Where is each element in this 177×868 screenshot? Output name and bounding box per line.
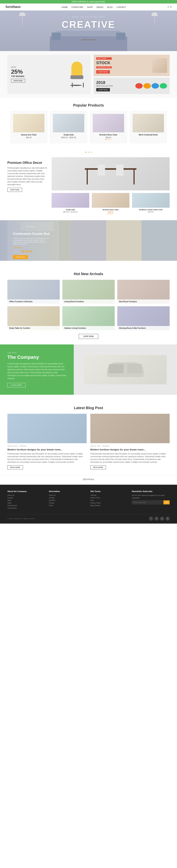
footer-newsletter-button[interactable]: GO	[164, 500, 170, 504]
blog-grid: April 10, 2018 furnihaus Modern furnitur…	[7, 414, 170, 469]
nav-blog[interactable]: BLOG	[107, 6, 113, 8]
bed-images	[71, 220, 177, 261]
arrival-label-1: Office Furniture Collection	[7, 300, 60, 304]
premium-price-value-2: $49.00	[108, 211, 113, 213]
nav-contact[interactable]: CONTACT	[117, 6, 126, 8]
arrival-card-3[interactable]: Bed Room Furniture	[117, 280, 170, 304]
nav-home[interactable]: HOME	[62, 6, 68, 8]
product-card-4[interactable]: Merit Credential Desk	[130, 111, 167, 143]
cart-area[interactable]: 🛒 0	[167, 6, 172, 8]
product-name-3: Brendon Boss Chair	[93, 134, 124, 136]
arrival-card-1[interactable]: Office Furniture Collection	[7, 280, 60, 304]
arrival-card-4[interactable]: Study Table for Comfort	[7, 306, 60, 330]
footer-about-link-4[interactable]: News	[7, 502, 45, 504]
collection-text: 2018 NEW COLLECTION SHOP NOW	[96, 80, 113, 91]
social-icon-facebook[interactable]: f	[149, 517, 153, 521]
premium-product-img-3	[132, 193, 170, 208]
footer-info-link-2[interactable]: Contact	[49, 497, 87, 499]
footer-about-link-5[interactable]: Infrastructure	[7, 504, 45, 506]
product-card-1[interactable]: Vanesa Arm Chair $69.00	[10, 111, 47, 143]
footer-email-input[interactable]	[132, 500, 163, 504]
dot-3[interactable]	[91, 152, 92, 153]
arrivals-shop-button[interactable]: SHOP NOW	[79, 334, 98, 339]
main-nav: HOME FURNITURE SHOP PAGES BLOG CONTACT	[60, 5, 127, 9]
premium-description: Professionally miscellaneous vital infor…	[7, 166, 48, 186]
product-card-2[interactable]: Osaka Sofa $369.00 - $399.00	[50, 111, 87, 143]
product-stars-3: ★★★☆☆	[93, 138, 124, 141]
footer-info-link-4[interactable]: Pricing	[49, 502, 87, 504]
banner-stock-text: LAST OFFER STOCK CLEARANCE SALE! SHOP NO…	[96, 57, 112, 73]
carousel-dots	[0, 149, 177, 157]
blog-date-1: April 10, 2018	[7, 445, 18, 447]
arrivals-grid: Office Furniture Collection Living Room …	[7, 280, 170, 330]
blog-read-more-2[interactable]: READ MORE	[90, 465, 106, 469]
chair-image	[68, 62, 87, 87]
social-icon-linkedin[interactable]: in	[166, 517, 170, 521]
blog-post-text-1: Professionally miscellaneous vital infor…	[7, 453, 87, 464]
nav-shop[interactable]: SHOP	[87, 6, 93, 8]
arrival-label-4: Study Table for Comfort	[7, 326, 60, 330]
footer-about-title: About the Company	[7, 490, 45, 492]
chair-seat	[70, 75, 83, 79]
product-img-2	[53, 114, 84, 132]
premium-shop-button[interactable]: SHOP NOW	[7, 188, 22, 192]
footer-terms-link-1[interactable]: Sitemap	[90, 494, 128, 496]
nav-pages[interactable]: PAGES	[97, 6, 104, 8]
lamp-right-icon	[154, 12, 155, 25]
premium-product-name-3: Bradford 2 Seater Fabric Sofa	[132, 209, 170, 211]
footer-about-link-6[interactable]: Associations	[7, 507, 45, 509]
dot-2[interactable]	[88, 152, 89, 153]
chair-base	[70, 85, 82, 86]
footer-info-link-1[interactable]: About Us	[49, 494, 87, 496]
arrival-card-2[interactable]: Living Room Furniture	[62, 280, 115, 304]
stock-title: STOCK	[96, 60, 112, 65]
footer-about-link-1[interactable]: About Us	[7, 494, 45, 496]
chair-1	[98, 164, 105, 176]
arrival-label-5: Outdoor Living Furniture	[62, 326, 115, 330]
table-leg-1	[87, 170, 88, 184]
arrival-label-3: Bed Room Furniture	[117, 300, 170, 304]
arrival-label-6: Dinning Room & Bar Furniture	[117, 326, 170, 330]
collection-shop-button[interactable]: SHOP NOW	[96, 88, 110, 91]
company-learn-button[interactable]: LEARN MORE	[7, 383, 25, 388]
premium-product-1[interactable]: Osaka Sofa $900.00 - $1200.00	[52, 193, 89, 215]
premium-product-img-2	[92, 193, 129, 208]
bed-shop-button[interactable]: SHOP NOW	[13, 255, 28, 259]
banner-shop-button[interactable]: SHOP NOW	[11, 79, 25, 83]
social-icon-twitter[interactable]: t	[154, 517, 158, 521]
blog-post-title-2: Modern furniture designs for your dream …	[90, 448, 170, 451]
bed-new-price: $170.00	[21, 250, 32, 253]
social-icon-google[interactable]: g	[160, 517, 164, 521]
footer-terms-link-3[interactable]: FAQ	[90, 499, 128, 501]
footer-terms-link-5[interactable]: Blog Sitemap	[90, 504, 128, 506]
company-left: Shop Shops The Company Professionally mi…	[0, 344, 74, 395]
arrival-card-5[interactable]: Outdoor Living Furniture	[62, 306, 115, 330]
footer-about-link-2[interactable]: Careers	[7, 497, 45, 499]
product-card-3[interactable]: Brendon Boss Chair $99.00 ★★★☆☆	[90, 111, 127, 143]
arrival-card-6[interactable]: Dinning Room & Bar Furniture	[117, 306, 170, 330]
stock-shop-button[interactable]: SHOP NOW	[96, 70, 110, 73]
banner-left: UPTO 25% TOP BRANDS SHOP NOW	[7, 55, 91, 94]
product-price-2: $369.00 - $399.00	[53, 136, 84, 138]
blog-img-1	[7, 414, 87, 443]
footer-info-link-5[interactable]: Press	[49, 504, 87, 506]
hero-subtitle: SHOP CREATIVE DESIGNS	[72, 16, 105, 18]
hero-table	[81, 39, 96, 40]
nav-furniture[interactable]: FURNITURE	[71, 6, 83, 8]
premium-product-name-2: Brendon Boss Chair	[92, 209, 129, 211]
premium-product-2[interactable]: Brendon Boss Chair $49.00 ★★★★☆	[92, 193, 129, 215]
premium-price-value-3: $290.00	[148, 211, 154, 213]
dot-1[interactable]	[85, 152, 86, 153]
premium-price-value-1: $900.00 - $1200.00	[63, 211, 78, 213]
lamp-left-icon	[22, 12, 23, 25]
premium-product-3[interactable]: Bradford 2 Seater Fabric Sofa $290.00	[132, 193, 170, 215]
header: furnihaus HOME FURNITURE SHOP PAGES BLOG…	[0, 3, 177, 10]
footer-terms-link-2[interactable]: Terms of use	[90, 497, 128, 499]
footer-terms-link-4[interactable]: Privacy Policy	[90, 502, 128, 504]
product-name-2: Osaka Sofa	[53, 134, 84, 136]
bed-price: $200.00 $170.00	[13, 250, 54, 253]
logo[interactable]: furnihaus	[5, 5, 21, 9]
footer-about-link-3[interactable]: Team	[7, 499, 45, 501]
footer-info-link-3[interactable]: Services	[49, 499, 87, 501]
blog-read-more-1[interactable]: READ MORE	[7, 465, 23, 469]
